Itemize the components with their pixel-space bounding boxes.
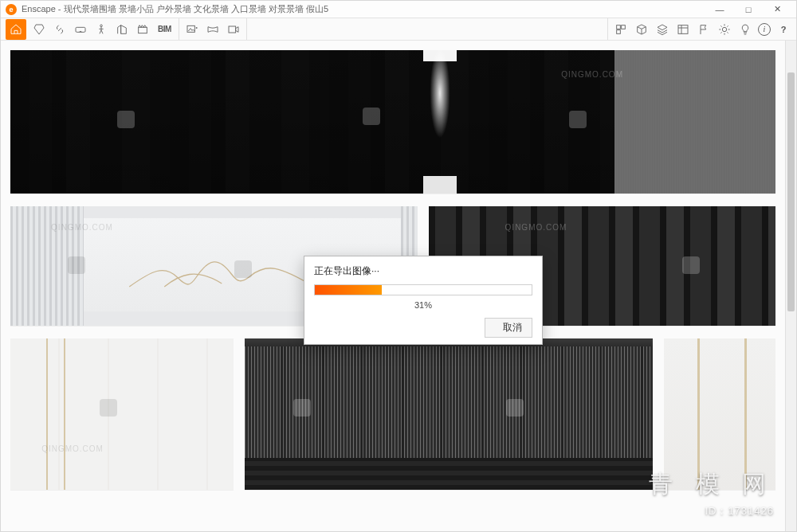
screenshot-button[interactable] <box>184 22 200 37</box>
louver-strip-left <box>10 206 84 326</box>
vertical-scrollbar[interactable] <box>785 41 796 531</box>
wall-waterfall <box>245 338 654 490</box>
svg-rect-4 <box>229 26 236 33</box>
person-icon <box>95 23 108 36</box>
sun-button[interactable] <box>717 22 732 37</box>
waterfall-accent <box>423 50 457 194</box>
scrollbar-thumb[interactable] <box>787 72 795 311</box>
home-button[interactable] <box>6 19 26 40</box>
progress-fill <box>315 285 382 295</box>
link-button[interactable] <box>52 22 68 37</box>
app-window: e Enscape - 现代景墙围墙 景墙小品 户外景墙 文化景墙 入口景墙 对… <box>0 0 797 532</box>
flag-icon <box>697 23 710 36</box>
video-button[interactable] <box>135 22 151 37</box>
watermark-text: QINGMO.COM <box>561 70 623 79</box>
watermark-text: QINGMO.COM <box>505 223 567 232</box>
watermark-logo-icon <box>363 108 380 125</box>
link-icon <box>53 23 66 36</box>
window-title: Enscape - 现代景墙围墙 景墙小品 户外景墙 文化景墙 入口景墙 对景景… <box>22 3 328 15</box>
wall-base <box>245 458 654 490</box>
layers-icon <box>656 23 669 36</box>
building-icon <box>116 23 128 36</box>
svg-rect-6 <box>622 25 626 29</box>
progress-percent-label: 31% <box>314 300 532 310</box>
video-export-icon <box>227 23 240 36</box>
asset-lib-icon <box>677 23 689 36</box>
toolbar-segment-nav: BIM <box>1 18 179 40</box>
panorama-icon <box>206 23 219 36</box>
light-icon <box>739 23 752 36</box>
wall-marble-right <box>664 338 775 490</box>
gem-button[interactable] <box>31 22 47 37</box>
watermark-logo-icon <box>117 111 135 128</box>
manage-views-button[interactable] <box>613 22 629 37</box>
svg-point-9 <box>722 27 726 31</box>
toolbar-segment-export <box>179 18 247 40</box>
image-export-icon <box>186 23 198 36</box>
wall-marble-left: QINGMO.COM <box>10 338 234 490</box>
flag-button[interactable] <box>696 22 712 37</box>
vr-button[interactable] <box>73 22 88 37</box>
app-icon: e <box>6 4 17 15</box>
home-icon <box>10 23 22 36</box>
progress-bar <box>314 284 532 295</box>
dialog-title: 正在导出图像··· <box>314 264 532 278</box>
bim-button[interactable]: BIM <box>155 22 174 37</box>
watermark-text: QINGMO.COM <box>41 444 104 453</box>
toolbar: BIM <box>1 18 796 41</box>
asset-library-button[interactable] <box>675 22 691 37</box>
goggles-icon <box>74 23 87 36</box>
light-button[interactable] <box>737 22 753 37</box>
panorama-button[interactable] <box>205 22 221 37</box>
walk-button[interactable] <box>93 22 109 37</box>
wall-row-1: QINGMO.COM <box>10 50 775 194</box>
materials-button[interactable] <box>634 22 650 37</box>
window-close-button[interactable]: ✕ <box>763 2 791 18</box>
wall-row-3: QINGMO.COM <box>10 338 775 490</box>
svg-rect-7 <box>617 29 621 33</box>
cancel-button[interactable]: 取消 <box>485 318 532 338</box>
watermark-logo-icon <box>682 256 700 274</box>
window-minimize-button[interactable]: — <box>705 2 734 18</box>
toolbar-segment-right: i ? <box>607 18 796 40</box>
sun-icon <box>718 23 731 36</box>
watermark-logo-icon <box>100 399 117 417</box>
dialog-actions: 取消 <box>314 318 532 338</box>
site-button[interactable] <box>114 22 130 37</box>
svg-rect-5 <box>617 25 621 29</box>
help-button[interactable]: ? <box>775 22 791 37</box>
window-maximize-button[interactable]: □ <box>734 2 763 18</box>
svg-point-1 <box>100 25 103 27</box>
video-export-button[interactable] <box>226 22 241 37</box>
export-progress-dialog: 正在导出图像··· 31% 取消 <box>304 256 543 345</box>
layers-button[interactable] <box>654 22 670 37</box>
box-icon <box>635 23 648 36</box>
wall-flat-panel <box>614 50 775 194</box>
wall-dark-long: QINGMO.COM <box>10 50 775 194</box>
waterfall-surface <box>245 346 654 458</box>
clapper-icon <box>136 23 149 36</box>
titlebar: e Enscape - 现代景墙围墙 景墙小品 户外景墙 文化景墙 入口景墙 对… <box>1 1 796 18</box>
info-button[interactable]: i <box>758 23 771 36</box>
svg-rect-2 <box>139 27 147 33</box>
gem-icon <box>33 23 45 36</box>
manage-views-icon <box>614 23 627 36</box>
svg-rect-8 <box>678 25 688 33</box>
watermark-logo-icon <box>569 111 587 128</box>
